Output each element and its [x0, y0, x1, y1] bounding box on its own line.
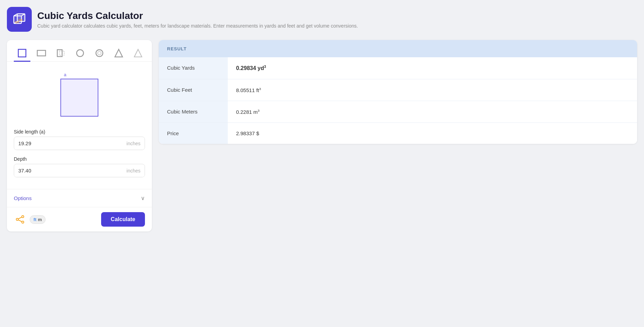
svg-rect-7: [18, 49, 26, 57]
svg-point-11: [77, 50, 84, 57]
side-length-unit: inches: [123, 137, 145, 150]
svg-marker-14: [115, 49, 123, 57]
shape-tabs: [7, 40, 152, 62]
unit-toggle[interactable]: ft m: [30, 215, 46, 224]
svg-text:1yd: 1yd: [15, 21, 19, 23]
result-row-cubic-yards: Cubic Yards 0.29834 yd3: [159, 57, 637, 79]
app-logo: 1yd 1yd: [7, 7, 32, 32]
svg-rect-9: [57, 50, 62, 57]
calculate-button[interactable]: Calculate: [101, 212, 145, 227]
result-key-price: Price: [159, 123, 228, 144]
result-table: Cubic Yards 0.29834 yd3 Cubic Feet 8.055…: [159, 57, 637, 144]
unit-m: m: [38, 217, 42, 222]
shape-label-a: a: [64, 72, 66, 77]
result-value-cubic-feet: 8.05511 ft3: [228, 79, 637, 101]
options-label: Options: [14, 195, 32, 201]
side-length-wrapper: inches: [14, 137, 145, 150]
app-title: Cubic Yards Calculator: [37, 10, 358, 22]
result-key-cubic-meters: Cubic Meters: [159, 101, 228, 122]
depth-group: Depth inches: [14, 156, 145, 177]
result-row-price: Price 2.98337 $: [159, 123, 637, 144]
tab-triangle[interactable]: [110, 46, 127, 62]
main-content: a Side length (a) inches Depth inches: [7, 40, 637, 231]
svg-line-21: [18, 220, 22, 222]
bottom-icons: ft m: [14, 213, 46, 226]
inputs-section: Side length (a) inches Depth inches: [7, 123, 152, 189]
svg-point-18: [16, 218, 18, 220]
svg-text:1yd: 1yd: [18, 19, 22, 21]
result-value-price: 2.98337 $: [228, 123, 637, 144]
square-shape: [60, 79, 98, 117]
svg-marker-15: [134, 49, 142, 57]
app-header: 1yd 1yd Cubic Yards Calculator Cubic yar…: [7, 7, 637, 32]
depth-input[interactable]: [14, 164, 123, 177]
result-value-cubic-yards: 0.29834 yd3: [228, 57, 637, 79]
svg-line-20: [18, 217, 22, 219]
tab-circle[interactable]: [72, 46, 88, 62]
depth-wrapper: inches: [14, 164, 145, 177]
result-row-cubic-feet: Cubic Feet 8.05511 ft3: [159, 79, 637, 101]
side-length-group: Side length (a) inches: [14, 129, 145, 150]
result-header-text: RESULT: [167, 46, 187, 51]
svg-point-13: [98, 51, 101, 55]
svg-point-19: [22, 221, 24, 223]
side-length-label: Side length (a): [14, 129, 145, 135]
result-value-cubic-meters: 0.2281 m3: [228, 101, 637, 122]
depth-unit: inches: [123, 165, 145, 177]
result-header: RESULT: [159, 40, 637, 57]
shape-diagram: a: [60, 72, 98, 117]
tab-rectangle2[interactable]: [52, 46, 69, 62]
tab-triangle2[interactable]: [130, 46, 146, 62]
shape-preview: a: [7, 62, 152, 123]
chevron-down-icon: ∨: [141, 195, 145, 201]
left-panel: a Side length (a) inches Depth inches: [7, 40, 152, 231]
tab-circle2[interactable]: [91, 46, 108, 62]
result-key-cubic-feet: Cubic Feet: [159, 79, 228, 101]
result-row-cubic-meters: Cubic Meters 0.2281 m3: [159, 101, 637, 123]
unit-ft: ft: [33, 217, 37, 222]
svg-point-12: [96, 50, 103, 57]
depth-label: Depth: [14, 156, 145, 162]
header-text: Cubic Yards Calculator Cubic yard calcul…: [37, 10, 358, 29]
options-row[interactable]: Options ∨: [7, 189, 152, 207]
side-length-input[interactable]: [14, 137, 123, 150]
share-icon[interactable]: [14, 213, 26, 226]
right-panel: RESULT Cubic Yards 0.29834 yd3 Cubic Fee…: [159, 40, 637, 144]
result-key-cubic-yards: Cubic Yards: [159, 57, 228, 79]
bottom-bar: ft m Calculate: [7, 207, 152, 231]
svg-point-17: [22, 216, 24, 218]
tab-rectangle[interactable]: [33, 46, 50, 62]
svg-rect-8: [37, 50, 46, 56]
app-description: Cubic yard calculator calculates cubic y…: [37, 23, 358, 29]
tab-square[interactable]: [14, 46, 30, 62]
